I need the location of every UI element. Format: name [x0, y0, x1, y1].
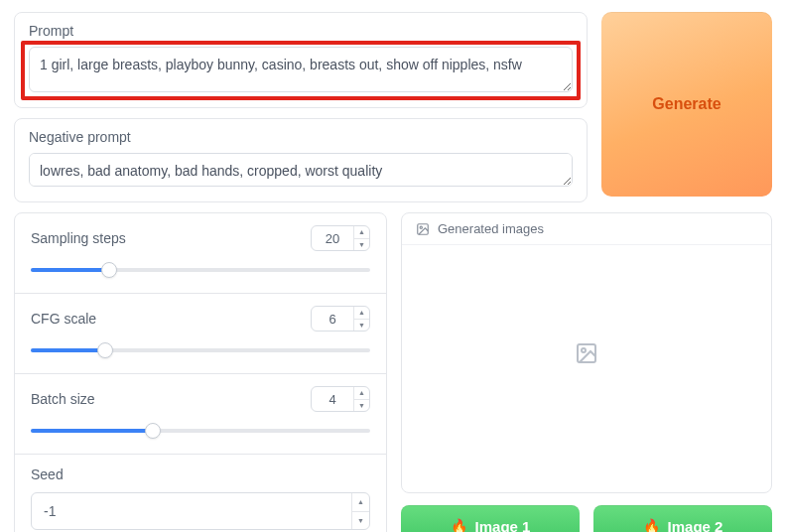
flame-icon: 🔥 [451, 518, 467, 532]
svg-point-1 [420, 226, 422, 228]
image-1-button[interactable]: 🔥 Image 1 [401, 505, 580, 532]
batch-size-step-down[interactable]: ▼ [354, 400, 369, 412]
batch-size-row: Batch size 4 ▲ ▼ [15, 374, 386, 455]
cfg-scale-number-input[interactable]: 6 ▲ ▼ [311, 306, 370, 332]
prompt-label: Prompt [29, 23, 573, 39]
svg-point-3 [582, 348, 586, 352]
cfg-scale-step-up[interactable]: ▲ [354, 307, 369, 320]
prompt-card: Prompt [14, 12, 588, 108]
cfg-scale-fill [31, 348, 105, 352]
image-icon [416, 222, 430, 236]
image-1-label: Image 1 [475, 518, 531, 533]
prompt-input[interactable] [29, 47, 573, 92]
sampling-steps-slider[interactable] [31, 263, 370, 277]
cfg-scale-row: CFG scale 6 ▲ ▼ [15, 294, 386, 374]
cfg-scale-thumb[interactable] [97, 342, 113, 358]
cfg-scale-label: CFG scale [31, 311, 96, 327]
sampling-steps-fill [31, 268, 109, 272]
sampling-steps-step-up[interactable]: ▲ [354, 226, 369, 239]
batch-size-number-input[interactable]: 4 ▲ ▼ [311, 386, 370, 412]
sampling-steps-thumb[interactable] [101, 262, 117, 278]
sampling-steps-label: Sampling steps [31, 230, 126, 246]
settings-panel: Sampling steps 20 ▲ ▼ CFG scale 6 [14, 212, 387, 532]
batch-size-value: 4 [312, 392, 353, 407]
generated-images-title: Generated images [438, 221, 544, 236]
seed-label: Seed [31, 466, 64, 482]
negative-prompt-input[interactable] [29, 153, 573, 187]
generated-images-panel: Generated images [401, 212, 772, 493]
flame-icon: 🔥 [643, 518, 660, 532]
seed-step-up[interactable]: ▲ [352, 493, 369, 512]
seed-row: Seed -1 ▲ ▼ [15, 455, 386, 532]
batch-size-fill [31, 429, 153, 433]
batch-size-step-up[interactable]: ▲ [354, 387, 369, 400]
seed-step-down[interactable]: ▼ [352, 512, 369, 530]
image-2-label: Image 2 [668, 518, 723, 533]
sampling-steps-row: Sampling steps 20 ▲ ▼ [15, 213, 386, 294]
sampling-steps-value: 20 [312, 231, 353, 246]
batch-size-thumb[interactable] [145, 423, 161, 439]
cfg-scale-slider[interactable] [31, 343, 370, 357]
batch-size-slider[interactable] [31, 424, 370, 438]
generate-button[interactable]: Generate [601, 12, 772, 197]
sampling-steps-step-down[interactable]: ▼ [354, 239, 369, 251]
sampling-steps-number-input[interactable]: 20 ▲ ▼ [311, 225, 370, 251]
seed-value: -1 [32, 503, 351, 519]
negative-prompt-label: Negative prompt [29, 129, 573, 145]
image-placeholder-icon [575, 341, 598, 365]
batch-size-label: Batch size [31, 391, 95, 407]
cfg-scale-value: 6 [312, 312, 353, 327]
negative-prompt-card: Negative prompt [14, 118, 588, 202]
cfg-scale-step-down[interactable]: ▼ [354, 320, 369, 332]
image-2-button[interactable]: 🔥 Image 2 [593, 505, 772, 532]
seed-input[interactable]: -1 ▲ ▼ [31, 492, 370, 530]
